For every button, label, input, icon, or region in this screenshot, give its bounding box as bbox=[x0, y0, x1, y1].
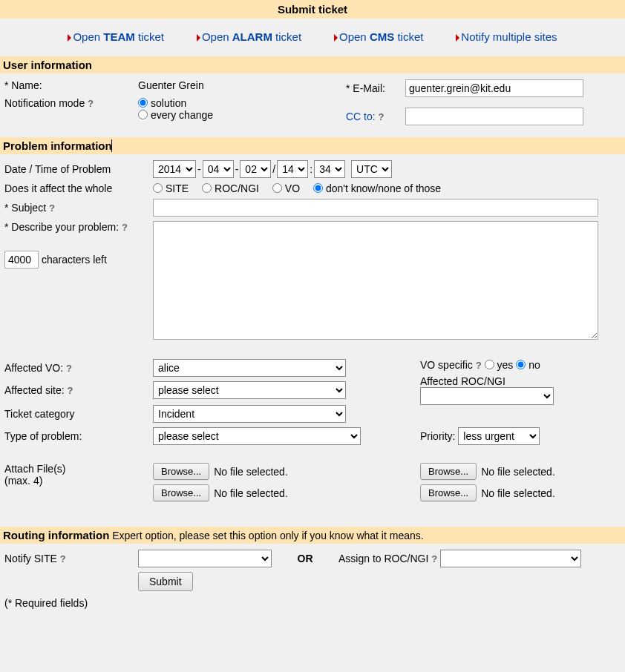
assign-roc-label: Assign to ROC/NGI bbox=[338, 553, 428, 564]
text-cursor bbox=[111, 139, 112, 152]
affects-roc-radio[interactable] bbox=[202, 183, 212, 193]
open-cms-ticket-link[interactable]: Open CMS ticket bbox=[334, 30, 423, 43]
required-fields-note: (* Required fields) bbox=[4, 597, 621, 609]
type-of-problem-select[interactable]: please select bbox=[153, 427, 361, 445]
help-icon[interactable]: ? bbox=[431, 553, 437, 564]
notif-solution-radio[interactable] bbox=[138, 98, 148, 108]
vo-specific-no-option[interactable]: no bbox=[516, 359, 540, 371]
vo-specific-no-radio[interactable] bbox=[516, 360, 526, 369]
help-icon[interactable]: ? bbox=[88, 98, 94, 109]
affects-roc-option[interactable]: ROC/NGI bbox=[202, 182, 259, 194]
or-label: OR bbox=[272, 553, 338, 564]
browse-button-3[interactable]: Browse... bbox=[420, 463, 477, 480]
file-status-4: No file selected. bbox=[481, 487, 555, 499]
notif-solution-option[interactable]: solution bbox=[138, 97, 186, 109]
affects-none-option[interactable]: don't know/none of those bbox=[313, 182, 441, 194]
vo-specific-label: VO specific bbox=[420, 359, 473, 371]
priority-label: Priority: bbox=[420, 430, 455, 442]
arrow-icon bbox=[68, 34, 71, 42]
notify-site-label: Notify SITE bbox=[4, 553, 57, 564]
affects-label: Does it affect the whole bbox=[4, 182, 153, 194]
affects-site-radio[interactable] bbox=[153, 183, 163, 193]
help-icon[interactable]: ? bbox=[476, 360, 482, 371]
assign-roc-select[interactable] bbox=[440, 550, 581, 567]
type-of-problem-label: Type of problem: bbox=[4, 430, 153, 442]
notif-every-radio[interactable] bbox=[138, 110, 148, 119]
arrow-icon bbox=[456, 34, 459, 42]
help-icon[interactable]: ? bbox=[122, 222, 128, 233]
affected-site-select[interactable]: please select bbox=[153, 381, 346, 399]
help-icon[interactable]: ? bbox=[68, 385, 73, 396]
submit-button[interactable]: Submit bbox=[138, 572, 193, 591]
help-icon[interactable]: ? bbox=[49, 202, 55, 214]
browse-button-4[interactable]: Browse... bbox=[420, 484, 477, 501]
notif-every-option[interactable]: every change bbox=[138, 109, 213, 121]
browse-button-1[interactable]: Browse... bbox=[153, 463, 209, 480]
charcount-field bbox=[4, 251, 39, 269]
vo-specific-yes-option[interactable]: yes bbox=[485, 359, 514, 371]
help-icon[interactable]: ? bbox=[66, 363, 72, 374]
ticket-category-label: Ticket category bbox=[4, 408, 153, 420]
hour-select[interactable]: 14 bbox=[277, 160, 308, 178]
file-status-1: No file selected. bbox=[214, 466, 288, 478]
affects-site-option[interactable]: SITE bbox=[153, 182, 189, 194]
arrow-icon bbox=[197, 34, 200, 42]
subject-label: * Subject bbox=[4, 202, 46, 214]
charcount-suffix: characters left bbox=[42, 254, 107, 266]
open-alarm-ticket-link[interactable]: Open ALARM ticket bbox=[197, 30, 301, 43]
affected-vo-select[interactable]: alice bbox=[153, 359, 346, 377]
file-status-2: No file selected. bbox=[214, 487, 288, 499]
name-label: * Name: bbox=[4, 79, 138, 91]
nav-links: Open TEAM ticket Open ALARM ticket Open … bbox=[0, 19, 625, 55]
vo-specific-yes-radio[interactable] bbox=[485, 360, 494, 369]
datetime-label: Date / Time of Problem bbox=[4, 163, 153, 175]
name-value: Guenter Grein bbox=[138, 79, 346, 91]
describe-label: * Describe your problem: bbox=[4, 221, 119, 233]
cc-field[interactable] bbox=[405, 108, 583, 125]
ticket-category-select[interactable]: Incident bbox=[153, 405, 346, 423]
notify-multiple-sites-link[interactable]: Notify multiple sites bbox=[456, 30, 557, 43]
section-routing-info: Routing information Expert option, pleas… bbox=[0, 527, 625, 544]
affects-none-radio[interactable] bbox=[313, 183, 323, 193]
section-user-info: User information bbox=[0, 56, 625, 73]
affects-vo-radio[interactable] bbox=[272, 183, 282, 193]
day-select[interactable]: 02 bbox=[240, 160, 271, 178]
minute-select[interactable]: 34 bbox=[314, 160, 345, 178]
month-select[interactable]: 04 bbox=[203, 160, 234, 178]
help-icon[interactable]: ? bbox=[379, 111, 385, 122]
affected-site-label: Affected site: bbox=[4, 384, 65, 396]
arrow-icon bbox=[334, 34, 338, 42]
attach-files-sub: (max. 4) bbox=[4, 475, 153, 487]
help-icon[interactable]: ? bbox=[60, 553, 66, 564]
affected-roc-select[interactable] bbox=[420, 387, 554, 405]
priority-select[interactable]: less urgent bbox=[458, 427, 540, 445]
affects-vo-option[interactable]: VO bbox=[272, 182, 300, 194]
open-team-ticket-link[interactable]: Open TEAM ticket bbox=[68, 30, 164, 43]
notification-mode-label: Notification mode bbox=[4, 97, 85, 109]
affected-vo-label: Affected VO: bbox=[4, 362, 63, 374]
email-field[interactable] bbox=[405, 79, 583, 97]
page-title: Submit ticket bbox=[0, 0, 625, 19]
browse-button-2[interactable]: Browse... bbox=[153, 484, 209, 501]
cc-to-link[interactable]: CC to: bbox=[346, 111, 376, 122]
affected-roc-label: Affected ROC/NGI bbox=[420, 375, 621, 387]
tz-select[interactable]: UTC bbox=[351, 160, 392, 178]
subject-field[interactable] bbox=[153, 199, 598, 217]
attach-files-label: Attach File(s) bbox=[4, 463, 153, 475]
section-problem-info: Problem information bbox=[0, 137, 625, 154]
email-label: * E-Mail: bbox=[346, 82, 405, 94]
notify-site-select[interactable] bbox=[138, 550, 272, 567]
describe-textarea[interactable] bbox=[153, 221, 598, 340]
year-select[interactable]: 2014 bbox=[153, 160, 196, 178]
file-status-3: No file selected. bbox=[481, 466, 555, 478]
